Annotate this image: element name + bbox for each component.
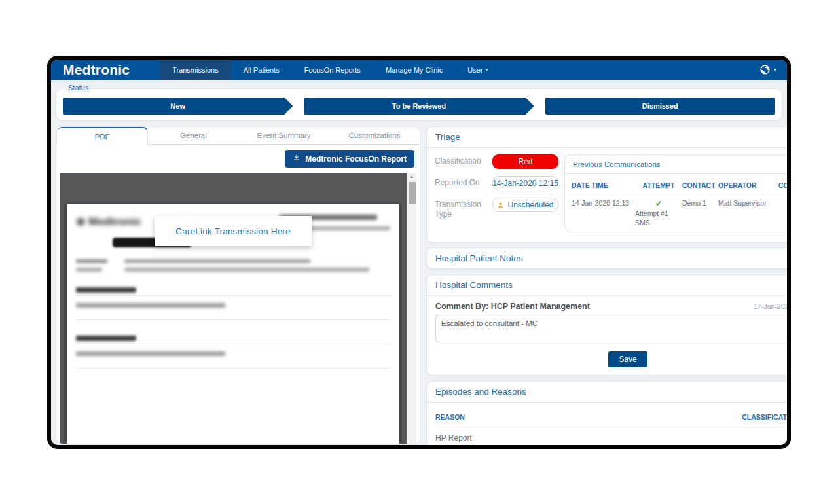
hospital-patient-notes-title: Hospital Patient Notes: [435, 253, 523, 263]
status-steps: New To be Reviewed Dismissed: [63, 98, 775, 115]
tab-pdf[interactable]: PDF: [56, 127, 148, 145]
pdf-scrollbar[interactable]: ▲: [407, 173, 416, 444]
triage-section: Triage Classification Reported On Transm…: [426, 126, 787, 242]
status-legend: Status: [65, 84, 91, 92]
main-content: Status New To be Reviewed Dismissed PDF …: [51, 80, 787, 445]
cell-reason: HP Report: [435, 433, 742, 442]
overlay-label: CareLink Transmission Here: [175, 226, 291, 236]
cell-operator: Matt Supervisor: [718, 199, 778, 226]
col-header-reason: REASON: [435, 413, 742, 421]
cell-contact: Demo 1: [682, 199, 718, 226]
nav-item-transmissions[interactable]: Transmissions: [160, 60, 231, 80]
nav-item-user-menu[interactable]: User ▾: [455, 60, 500, 80]
chevron-down-icon: ▾: [774, 67, 776, 73]
classification-label: Classification: [435, 154, 492, 176]
table-row: 14-Jan-2020 12:13 ✔ Attempt #1 SMS Demo …: [572, 194, 787, 226]
person-icon: [497, 202, 504, 209]
transmission-type-value[interactable]: Unscheduled: [492, 198, 558, 212]
pdf-document-page: ⊕ Medtronic: [67, 204, 399, 444]
episodes-table: REASON CLASSIFICATION HP Report Min. bat…: [427, 403, 787, 445]
application: Medtronic Transmissions All Patients Foc…: [51, 60, 787, 445]
cell-classification: [742, 433, 787, 442]
focuson-report-download-button[interactable]: Medtronic FocusOn Report: [285, 150, 414, 168]
comment-textarea[interactable]: Escalated to consultant - MC: [435, 315, 787, 342]
save-button[interactable]: Save: [608, 351, 647, 367]
comment-by-label: Comment By: HCP Patient Management: [435, 302, 590, 311]
report-tabs: PDF General Event Summary Customizations: [56, 127, 420, 145]
nav-item-label: Manage My Clinic: [386, 66, 443, 74]
pdf-viewer: ⊕ Medtronic: [60, 173, 407, 444]
reported-on-label: Reported On: [435, 176, 492, 198]
blurred-report-logo: ⊕ Medtronic: [76, 215, 141, 230]
nav-item-label: Transmissions: [172, 66, 219, 74]
nav-item-label: User: [467, 66, 483, 74]
nav-item-label: FocusOn Reports: [304, 66, 361, 74]
cell-date-time: 14-Jan-2020 12:13: [572, 199, 635, 226]
previous-communications-table: DATE TIME ATTEMPT CONTACT OPERATOR COMME…: [565, 174, 787, 232]
status-step-to-be-reviewed[interactable]: To be Reviewed: [304, 98, 534, 115]
reported-on-value[interactable]: 14-Jan-2020 12:15: [492, 176, 558, 190]
col-header-contact: CONTACT: [682, 181, 718, 189]
cell-channel: SMS: [635, 219, 650, 226]
hospital-comments-header[interactable]: Hospital Comments ▼: [427, 275, 787, 296]
hospital-comments-section: Hospital Comments ▼ Comment By: HCP Pati…: [426, 274, 787, 376]
tab-customizations[interactable]: Customizations: [329, 127, 420, 145]
blurred-report-meta: [76, 259, 390, 272]
scroll-up-icon[interactable]: ▲: [410, 173, 414, 181]
cell-comment: [778, 199, 787, 226]
nav-item-all-patients[interactable]: All Patients: [231, 60, 292, 80]
app-window-frame: Medtronic Transmissions All Patients Foc…: [47, 56, 791, 449]
cell-attempt: Attempt #1: [635, 209, 668, 217]
transmission-type-label: Transmission Type: [435, 198, 492, 219]
col-header-classification: CLASSIFICATION: [742, 413, 787, 421]
hospital-comments-title: Hospital Comments: [435, 280, 513, 290]
tab-event-summary[interactable]: Event Summary: [239, 127, 329, 145]
scrollbar-thumb[interactable]: [409, 182, 416, 204]
blurred-report-section: [76, 287, 390, 320]
status-step-dismissed[interactable]: Dismissed: [545, 98, 775, 115]
episodes-and-reasons-title: Episodes and Reasons: [435, 387, 526, 397]
col-header-date-time: DATE TIME: [572, 181, 635, 189]
top-navbar: Medtronic Transmissions All Patients Foc…: [51, 60, 787, 80]
comment-timestamp: 17-Jan-2020 11:43:17: [754, 302, 787, 310]
download-icon: [293, 154, 301, 164]
table-row: HP Report: [435, 427, 787, 445]
classification-red-button[interactable]: Red: [492, 154, 558, 169]
previous-communications-title: Previous Communications: [573, 160, 661, 168]
col-header-comment: COMMENT: [778, 181, 787, 189]
tab-general[interactable]: General: [148, 127, 238, 145]
report-panel: PDF General Event Summary Customizations: [56, 126, 420, 444]
previous-communications-card: Previous Communications: [564, 154, 787, 232]
nav-item-label: All Patients: [244, 66, 280, 74]
pdf-toolbar: [60, 173, 407, 204]
medtronic-logo: Medtronic: [51, 60, 160, 80]
nav-item-manage-my-clinic[interactable]: Manage My Clinic: [373, 60, 455, 80]
nav-item-focuson-reports[interactable]: FocusOn Reports: [292, 60, 373, 80]
globe-icon[interactable]: [759, 64, 771, 75]
status-section: Status New To be Reviewed Dismissed: [56, 88, 782, 121]
col-header-operator: OPERATOR: [718, 181, 778, 189]
hospital-patient-notes-section: Hospital Patient Notes ▼: [426, 247, 787, 269]
chevron-down-icon: ▾: [486, 67, 488, 73]
nav-menu: Transmissions All Patients FocusOn Repor…: [160, 60, 500, 80]
episodes-and-reasons-section: Episodes and Reasons REASON CLASSIFICATI…: [426, 381, 787, 445]
success-check-icon: ✔: [635, 199, 682, 208]
triage-title: Triage: [435, 132, 460, 142]
carelink-transmission-overlay: CareLink Transmission Here: [155, 216, 312, 246]
status-step-new[interactable]: New: [63, 98, 293, 115]
blurred-report-section: [76, 336, 390, 369]
transmission-type-text: Unscheduled: [507, 200, 553, 209]
download-button-label: Medtronic FocusOn Report: [305, 154, 407, 164]
col-header-attempt: ATTEMPT: [635, 181, 682, 189]
hospital-patient-notes-header[interactable]: Hospital Patient Notes ▼: [427, 248, 787, 268]
